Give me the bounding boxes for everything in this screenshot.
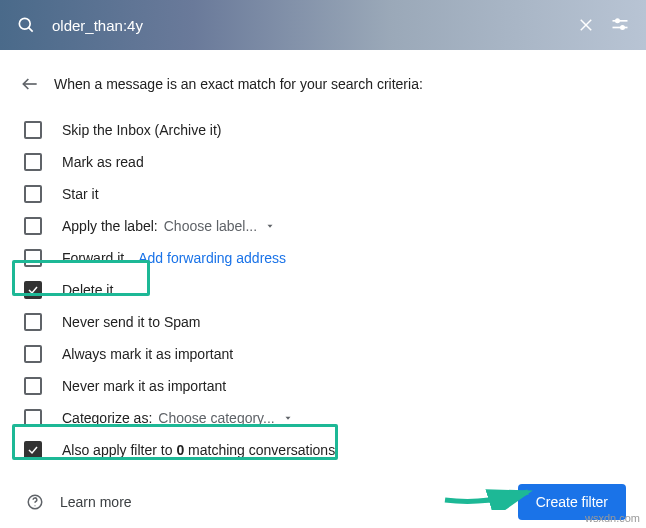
also-apply-suffix: matching conversations. <box>184 442 339 458</box>
help-icon[interactable] <box>24 491 46 513</box>
chevron-down-icon <box>265 218 275 234</box>
checkbox-never-important[interactable] <box>24 377 42 395</box>
svg-point-7 <box>621 26 624 29</box>
svg-line-1 <box>29 28 33 32</box>
dropdown-label-text: Choose label... <box>164 218 257 234</box>
svg-marker-9 <box>268 225 273 228</box>
filter-panel: When a message is an exact match for you… <box>0 50 646 466</box>
svg-point-5 <box>616 19 619 22</box>
checkbox-apply-label[interactable] <box>24 217 42 235</box>
option-also-apply: Also apply filter to 0 matching conversa… <box>16 434 630 466</box>
label-categorize: Categorize as: <box>62 410 152 426</box>
svg-point-0 <box>19 18 30 29</box>
checkbox-categorize[interactable] <box>24 409 42 427</box>
checkbox-skip-inbox[interactable] <box>24 121 42 139</box>
option-skip-inbox: Skip the Inbox (Archive it) <box>16 114 630 146</box>
option-apply-label: Apply the label: Choose label... <box>16 210 630 242</box>
link-add-forwarding[interactable]: Add forwarding address <box>138 250 286 266</box>
also-apply-prefix: Also apply filter to <box>62 442 176 458</box>
label-skip-inbox: Skip the Inbox (Archive it) <box>62 122 222 138</box>
link-learn-more[interactable]: Learn more <box>60 494 132 510</box>
label-never-spam: Never send it to Spam <box>62 314 201 330</box>
option-delete-it: Delete it <box>16 274 630 306</box>
label-apply-label: Apply the label: <box>62 218 158 234</box>
label-never-important: Never mark it as important <box>62 378 226 394</box>
dropdown-category-text: Choose category... <box>158 410 274 426</box>
checkbox-never-spam[interactable] <box>24 313 42 331</box>
chevron-down-icon <box>283 410 293 426</box>
filter-options-icon[interactable] <box>608 13 632 37</box>
svg-marker-10 <box>285 417 290 420</box>
label-delete-it: Delete it <box>62 282 113 298</box>
watermark: wsxdn.com <box>585 512 640 524</box>
label-forward-it: Forward it <box>62 250 124 266</box>
label-also-apply: Also apply filter to 0 matching conversa… <box>62 442 339 458</box>
dropdown-choose-category[interactable]: Choose category... <box>158 410 292 426</box>
search-icon[interactable] <box>14 13 38 37</box>
checkbox-forward-it[interactable] <box>24 249 42 267</box>
search-bar: older_than:4y <box>0 0 646 50</box>
option-always-important: Always mark it as important <box>16 338 630 370</box>
back-icon[interactable] <box>16 70 44 98</box>
dropdown-choose-label[interactable]: Choose label... <box>164 218 275 234</box>
option-mark-read: Mark as read <box>16 146 630 178</box>
option-never-spam: Never send it to Spam <box>16 306 630 338</box>
label-always-important: Always mark it as important <box>62 346 233 362</box>
checkbox-also-apply[interactable] <box>24 441 42 459</box>
header-text: When a message is an exact match for you… <box>54 76 423 92</box>
footer: Learn more Create filter <box>0 466 646 520</box>
svg-point-12 <box>34 505 35 506</box>
label-star-it: Star it <box>62 186 99 202</box>
label-mark-read: Mark as read <box>62 154 144 170</box>
option-forward-it: Forward it Add forwarding address <box>16 242 630 274</box>
filter-header: When a message is an exact match for you… <box>16 70 630 98</box>
option-categorize: Categorize as: Choose category... <box>16 402 630 434</box>
clear-icon[interactable] <box>574 13 598 37</box>
option-star-it: Star it <box>16 178 630 210</box>
checkbox-delete-it[interactable] <box>24 281 42 299</box>
checkbox-mark-read[interactable] <box>24 153 42 171</box>
option-never-important: Never mark it as important <box>16 370 630 402</box>
search-query[interactable]: older_than:4y <box>52 17 564 34</box>
checkbox-star-it[interactable] <box>24 185 42 203</box>
checkbox-always-important[interactable] <box>24 345 42 363</box>
